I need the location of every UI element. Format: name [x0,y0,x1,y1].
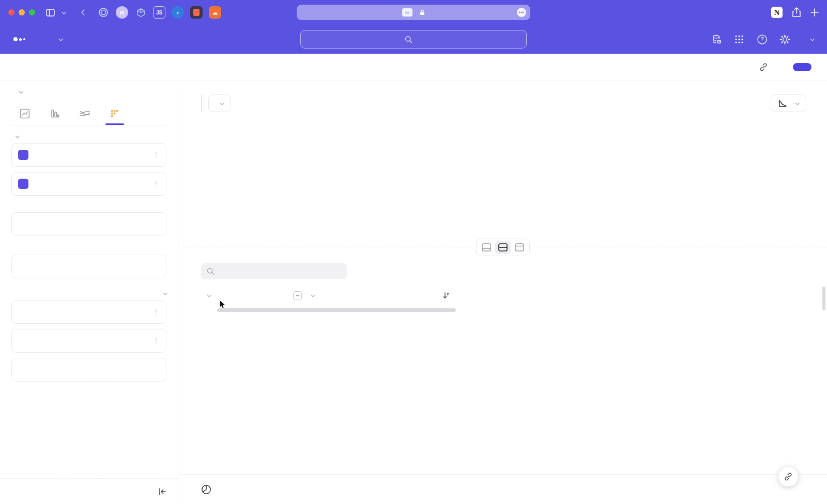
retention-criteria-selector[interactable] [11,212,166,236]
chart-only-view-icon[interactable] [479,241,494,254]
segments-icon [201,484,211,495]
step-1-badge [18,150,28,160]
lock-icon [420,9,425,15]
step-2-badge [18,179,28,189]
report-main-area: – [178,81,827,504]
analyze-uniques-selector[interactable] [16,90,22,93]
js-extension-icon[interactable]: JS [153,6,165,19]
save-button[interactable] [793,63,811,71]
sort-icon [443,292,449,299]
breakdown-header [11,292,166,295]
compare-button[interactable] [208,94,231,112]
retention-step-1[interactable]: ⋮ [11,143,166,167]
url-extension-badge-icon: •• [402,8,412,17]
step-1-menu-icon[interactable]: ⋮ [152,154,160,156]
tab-flows[interactable] [73,108,96,125]
nav-item-reports[interactable] [55,38,62,41]
help-icon[interactable]: ? [756,34,768,45]
back-button-icon[interactable] [79,7,90,18]
notion-extension-icon[interactable]: N [771,7,783,18]
report-type-tabs [11,102,166,125]
filter-add-button[interactable] [11,255,166,278]
table-search-input[interactable] [201,263,347,279]
y-axis-labels [187,125,216,222]
sidebar-toggle-icon[interactable] [44,7,56,18]
breakdown-country[interactable]: ⋮ [11,300,166,324]
breakdown-country-menu-icon[interactable]: ⋮ [152,311,160,313]
retention-table: – [201,288,827,306]
country-column-header[interactable] [201,294,292,297]
app-nav-bar: ? [0,25,827,54]
tab-retention[interactable] [103,108,126,125]
breakdown-city[interactable]: ⋮ [11,329,166,353]
svg-text:?: ? [760,36,763,42]
share-link-floating-button[interactable] [778,467,798,486]
retention-chart [220,125,785,222]
m-circle-extension-icon[interactable]: m [116,6,128,19]
tab-overview-chevron-icon[interactable] [58,7,69,18]
date-range-group [201,94,202,112]
new-tab-icon[interactable] [810,8,819,17]
close-window-button[interactable] [8,9,14,15]
collapse-sidebar-icon[interactable] [159,488,166,495]
traffic-lights [8,9,35,15]
horizontal-scrollbar[interactable] [217,308,456,312]
cloud-extension-icon[interactable]: ☁ [209,6,221,19]
cube-extension-icon[interactable] [134,6,147,19]
bird-extension-icon[interactable]: ◗ [172,6,184,19]
vertical-scrollbar[interactable] [822,287,825,310]
step-2-menu-icon[interactable]: ⋮ [152,183,160,185]
mixpanel-logo[interactable] [13,37,25,41]
tab-funnels[interactable] [43,108,66,125]
split-view-icon[interactable] [495,241,511,254]
apps-grid-icon[interactable] [733,34,745,45]
view-layout-toggle [476,239,530,256]
search-icon [405,36,412,43]
city-column-header[interactable]: – [293,291,396,300]
query-sidebar: ⋮ ⋮ ⋮ ⋮ [0,81,178,504]
breakdown-add-button[interactable] [11,358,166,382]
browser-chrome: m JS ◗ ☁ •• ••• N [0,0,827,25]
report-header [0,54,827,81]
global-search-input[interactable] [300,30,527,49]
zoom-window-button[interactable] [29,9,35,15]
x-axis-labels [220,226,785,233]
share-icon[interactable] [792,7,801,18]
table-only-view-icon[interactable] [512,241,527,254]
reader-extension-icon[interactable] [190,6,203,19]
chart-type-selector[interactable] [771,94,806,112]
copy-link-icon[interactable] [759,62,768,72]
link-icon [784,472,793,481]
settings-gear-icon[interactable] [779,34,790,45]
target-extension-icon[interactable] [97,6,110,19]
minimize-window-button[interactable] [19,9,25,15]
retention-curve-icon [778,100,787,107]
data-management-icon[interactable] [711,34,722,45]
retention-step-2[interactable]: ⋮ [11,172,166,196]
total-column-header[interactable] [398,292,452,299]
project-switcher[interactable] [802,38,814,41]
search-icon [207,267,215,275]
breakdown-city-menu-icon[interactable]: ⋮ [152,340,160,342]
retention-section-header[interactable] [11,135,166,138]
url-more-icon[interactable]: ••• [517,8,526,17]
url-bar[interactable]: •• ••• [297,5,530,20]
tab-insights[interactable] [13,108,36,125]
find-segments-bar [178,474,827,504]
select-all-checkbox[interactable]: – [293,291,302,300]
breakdown-scope-selector[interactable] [160,292,166,295]
